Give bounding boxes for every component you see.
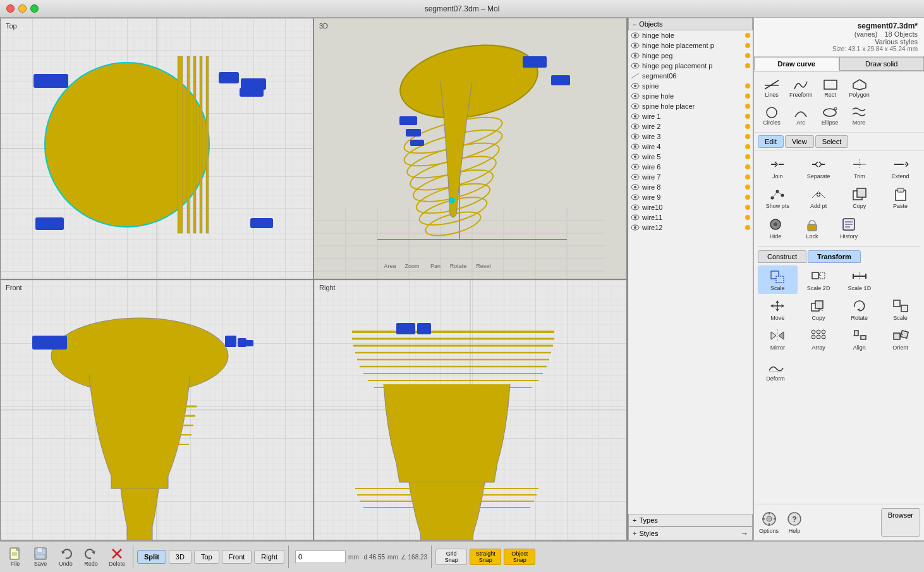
nav-3d[interactable]: 3D (169, 550, 191, 564)
tool-scale[interactable]: Scale (758, 265, 798, 294)
viewport-front[interactable]: Front (0, 279, 313, 541)
object-list-item[interactable]: spine hole placer (628, 101, 753, 111)
tool-undo[interactable]: Undo (54, 545, 77, 568)
nav-top[interactable]: Top (194, 550, 219, 564)
viewport-3d[interactable]: 3D (313, 18, 627, 279)
object-list-item[interactable]: wire 1 (628, 111, 753, 121)
tool-delete[interactable]: Delete (105, 545, 129, 568)
tool-rect[interactable]: Rect (817, 75, 844, 100)
object-list-item[interactable]: wire 4 (628, 142, 753, 152)
grid-snap-button[interactable]: Grid Snap (435, 549, 467, 565)
tab-draw-curve[interactable]: Draw curve (754, 57, 839, 71)
tool-polygon[interactable]: Polygon (846, 75, 873, 100)
tab-construct[interactable]: Construct (758, 250, 806, 263)
object-list-item[interactable]: wire 2 (628, 121, 753, 131)
tool-join[interactable]: Join (758, 154, 798, 182)
close-button[interactable] (6, 4, 15, 13)
visibility-icon[interactable] (631, 194, 640, 200)
object-list-item[interactable]: hinge peg (628, 51, 753, 61)
tab-transform[interactable]: Transform (808, 250, 861, 263)
tool-circles[interactable]: Circles (758, 103, 786, 128)
tool-redo[interactable]: Redo (80, 545, 102, 568)
tool-mirror[interactable]: Mirror (758, 325, 798, 353)
visibility-icon[interactable] (631, 63, 640, 69)
tab-view[interactable]: View (785, 135, 814, 148)
tab-select[interactable]: Select (815, 135, 849, 148)
minimize-button[interactable] (18, 4, 27, 13)
tool-save[interactable]: Save (29, 545, 52, 568)
tool-scale-transform[interactable]: Scale (880, 295, 920, 324)
help-button[interactable]: ? Help (784, 508, 805, 537)
nav-right[interactable]: Right (254, 550, 284, 564)
object-list-item[interactable]: wire 8 (628, 182, 753, 192)
browser-button[interactable]: Browser (881, 508, 920, 537)
object-list-item[interactable]: wire 9 (628, 192, 753, 202)
nav-front[interactable]: Front (222, 550, 252, 564)
window-controls[interactable] (6, 4, 39, 13)
visibility-icon[interactable] (631, 204, 640, 210)
styles-section[interactable]: + Styles → (628, 526, 753, 540)
options-button[interactable]: Options (758, 508, 780, 537)
object-list-item[interactable]: hinge hole (628, 30, 753, 40)
objects-header[interactable]: – Objects (628, 18, 753, 30)
visibility-icon[interactable] (631, 73, 640, 79)
tool-scale1d[interactable]: Scale 1D (840, 265, 880, 294)
tool-more-draw[interactable]: More (845, 103, 873, 128)
object-list-item[interactable]: spine hole (628, 91, 753, 101)
object-list-item[interactable]: wire 5 (628, 152, 753, 162)
tool-copy-transform[interactable]: Copy (799, 295, 839, 324)
maximize-button[interactable] (30, 4, 39, 13)
object-list-item[interactable]: wire11 (628, 212, 753, 222)
tool-trim[interactable]: Trim (840, 154, 880, 182)
visibility-icon[interactable] (631, 164, 640, 170)
visibility-icon[interactable] (631, 224, 640, 231)
visibility-icon[interactable] (631, 214, 640, 221)
tool-scale2d[interactable]: Scale 2D (799, 265, 839, 294)
tool-orient[interactable]: Orient (880, 325, 920, 353)
tool-arc[interactable]: Arc (787, 103, 815, 128)
object-snap-button[interactable]: Object Snap (504, 549, 535, 565)
nav-split[interactable]: Split (137, 550, 166, 564)
straight-snap-button[interactable]: Straight Snap (470, 549, 501, 565)
object-list-item[interactable]: wire12 (628, 222, 753, 233)
visibility-icon[interactable] (631, 123, 640, 130)
coord-x-input[interactable] (295, 551, 346, 563)
types-section[interactable]: + Types (628, 514, 753, 526)
object-list-item[interactable]: wire 6 (628, 162, 753, 172)
tool-history[interactable]: History (831, 214, 866, 242)
visibility-icon[interactable] (631, 93, 640, 99)
object-list-item[interactable]: wire 7 (628, 172, 753, 182)
tool-lock[interactable]: Lock (794, 214, 830, 242)
visibility-icon[interactable] (631, 42, 640, 49)
tool-extend[interactable]: Extend (880, 154, 920, 182)
tool-ellipse[interactable]: Ellipse (816, 103, 844, 128)
visibility-icon[interactable] (631, 154, 640, 160)
tool-show-pts[interactable]: Show pts (758, 183, 798, 212)
styles-arrow-icon[interactable]: → (741, 529, 748, 538)
visibility-icon[interactable] (631, 83, 640, 89)
object-list-item[interactable]: hinge hole placement p (628, 40, 753, 51)
tool-freeform[interactable]: Freeform (787, 75, 815, 100)
visibility-icon[interactable] (631, 103, 640, 109)
tab-edit[interactable]: Edit (758, 135, 784, 148)
visibility-icon[interactable] (631, 133, 640, 140)
tool-hide[interactable]: Hide (758, 214, 793, 242)
object-list-item[interactable]: segment06 (628, 71, 753, 81)
object-list-item[interactable]: spine (628, 81, 753, 91)
tool-move[interactable]: Move (758, 295, 798, 324)
tool-copy-edit[interactable]: Copy (840, 183, 880, 212)
tab-draw-solid[interactable]: Draw solid (839, 57, 925, 71)
object-list-item[interactable]: hinge peg placement p (628, 61, 753, 71)
tool-paste[interactable]: Paste (880, 183, 920, 212)
visibility-icon[interactable] (631, 143, 640, 150)
tool-add-pt[interactable]: Add pt (799, 183, 839, 212)
tool-array[interactable]: Array (799, 325, 839, 353)
viewport-right[interactable]: Right (313, 279, 627, 541)
visibility-icon[interactable] (631, 184, 640, 190)
tool-align[interactable]: Align (840, 325, 880, 353)
viewport-top[interactable]: Top (0, 18, 313, 279)
object-list-item[interactable]: wire10 (628, 202, 753, 212)
tool-lines[interactable]: Lines (758, 75, 786, 100)
visibility-icon[interactable] (631, 52, 640, 59)
tool-rotate[interactable]: Rotate (840, 295, 880, 324)
